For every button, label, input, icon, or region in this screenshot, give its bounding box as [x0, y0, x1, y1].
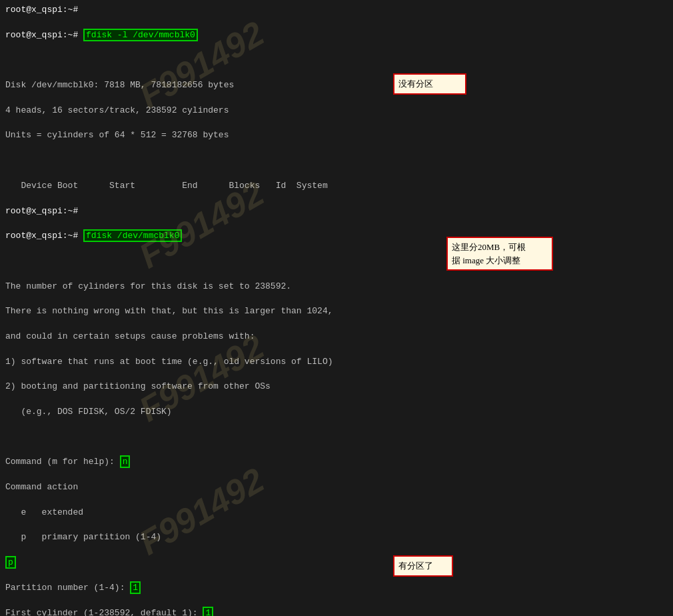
partition-number-line: Partition number (1-4): 1	[5, 582, 668, 595]
cmd-fdisk-2: fdisk /dev/mmcblk0	[83, 229, 182, 242]
cmd-line-2: root@x_qspi:~# fdisk /dev/mmcblk0	[5, 230, 668, 243]
input-p: p	[5, 556, 16, 569]
terminal-window: F991492 F991492 F991492 F991492 没有分区 这里分…	[0, 0, 673, 616]
cmd-line-1: root@x_qspi:~# fdisk -l /dev/mmcblk0	[5, 29, 668, 42]
annotation-no-partition: 没有分区	[393, 73, 466, 95]
cmd-n-line: Command (m for help): n	[5, 456, 668, 469]
cylinder-warn-2: There is nothing wrong with that, but th…	[5, 305, 668, 318]
cmd-e: e extended	[5, 507, 668, 519]
table-header-1: Device Boot Start End Blocks Id System	[5, 180, 668, 193]
input-first-cyl: 1	[203, 607, 213, 617]
input-n: n	[120, 455, 131, 468]
disk-info-1: Disk /dev/mmcblk0: 7818 MB, 7818182656 b…	[5, 79, 668, 92]
units-1: Units = cylinders of 64 * 512 = 32768 by…	[5, 129, 668, 142]
cmd-p-primary: p primary partition (1-4)	[5, 531, 668, 544]
cmd-action: Command action	[5, 481, 668, 494]
input-1: 1	[130, 581, 141, 594]
cylinder-warn-3: and could in certain setups cause proble…	[5, 331, 668, 343]
cylinder-warn-5: 2) booting and partitioning software fro…	[5, 381, 668, 393]
blank-4	[5, 431, 668, 444]
prompt-line-1: root@x_qspi:~#	[5, 4, 668, 17]
blank-3	[5, 255, 668, 268]
blank-2	[5, 155, 668, 167]
disk-info-2: 4 heads, 16 sectors/track, 238592 cylind…	[5, 105, 668, 117]
annotation-partition-size: 这里分20MB，可根据 image 大小调整	[446, 237, 553, 271]
cmd-fdisk-l-1: fdisk -l /dev/mmcblk0	[83, 29, 198, 41]
input-p-line: p	[5, 557, 668, 569]
prompt-line-2: root@x_qspi:~#	[5, 205, 668, 218]
cylinder-warn-4: 1) software that runs at boot time (e.g.…	[5, 356, 668, 369]
blank-1	[5, 54, 668, 67]
cylinder-warn-6: (e.g., DOS FDISK, OS/2 FDISK)	[5, 406, 668, 419]
annotation-has-partition: 有分区了	[393, 555, 453, 577]
first-cylinder-line: First cylinder (1-238592, default 1): 1	[5, 607, 668, 617]
cylinder-warn-1: The number of cylinders for this disk is…	[5, 281, 668, 293]
